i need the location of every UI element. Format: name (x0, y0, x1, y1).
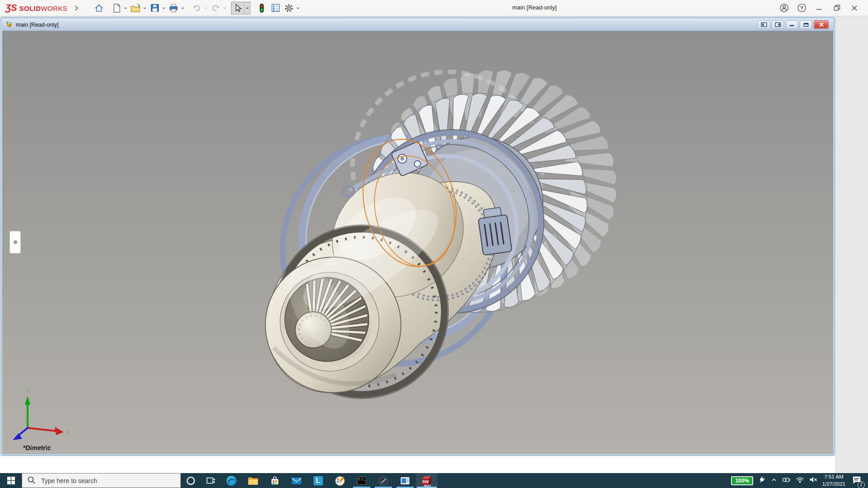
taskbar-search (22, 473, 181, 488)
select-tool-group (231, 2, 250, 14)
windows-taskbar: LL C:\_ SW2021 100% 7:51 AM 1/27/2 (0, 473, 868, 488)
action-center-icon[interactable]: 2 (852, 475, 862, 487)
cortana-button[interactable] (181, 473, 201, 488)
quick-access-toolbar (93, 2, 301, 14)
battery-percent-badge[interactable]: 100% (731, 476, 753, 485)
help-icon[interactable]: ? (796, 3, 807, 14)
system-tray: 100% 7:51 AM 1/27/2021 2 (731, 474, 868, 488)
pane-split-left-button[interactable] (758, 20, 770, 29)
app-window-title: main [Read-only] (512, 4, 557, 11)
svg-text:SW: SW (422, 479, 429, 484)
task-pane-collapsed-area (835, 16, 868, 473)
taskbar-app-window-app[interactable] (394, 473, 416, 488)
document-window-controls (758, 20, 829, 29)
undo-button[interactable] (190, 2, 203, 14)
doc-minimize-button[interactable] (786, 20, 798, 29)
restore-button[interactable] (831, 3, 842, 14)
svg-text:L: L (316, 476, 321, 484)
search-input[interactable] (22, 473, 181, 488)
options-gear-button[interactable] (283, 2, 295, 14)
document-title: main [Read-only] (16, 22, 59, 28)
minimize-button[interactable] (814, 3, 825, 14)
toolbar-expand-arrow-icon[interactable] (74, 5, 79, 11)
document-titlebar[interactable]: main [Read-only] (2, 19, 833, 31)
taskbar-app-file-explorer[interactable] (242, 473, 264, 488)
undo-caret[interactable] (204, 8, 207, 10)
orientation-triad[interactable]: Y X (7, 384, 75, 442)
graphics-viewport[interactable]: Y X *Dimetric (2, 31, 833, 454)
ds-logo-glyph: ƷS (5, 3, 17, 13)
open-button[interactable] (129, 2, 142, 14)
doc-close-button[interactable] (814, 20, 829, 29)
taskbar-app-mail[interactable] (286, 473, 307, 488)
tray-date: 1/27/2021 (822, 481, 845, 488)
svg-text:C:\_: C:\_ (359, 478, 366, 481)
titlebar-controls: ? (778, 3, 860, 14)
open-caret[interactable] (143, 8, 146, 10)
account-icon[interactable] (778, 3, 789, 14)
search-icon (27, 475, 37, 487)
assembly-document-icon (5, 21, 13, 28)
battery-charging-icon[interactable] (782, 476, 791, 486)
start-button[interactable] (0, 473, 22, 488)
pane-split-right-button[interactable] (772, 20, 784, 29)
taskbar-app-paint-3d[interactable] (329, 473, 351, 488)
doc-restore-button[interactable] (800, 20, 812, 29)
tray-time: 7:51 AM (822, 474, 845, 481)
taskbar-app-l-app[interactable]: LL (307, 473, 329, 488)
task-pane-button[interactable] (269, 2, 282, 14)
tray-chevron-up-icon[interactable] (770, 476, 778, 485)
print-button[interactable] (167, 2, 180, 14)
task-view-button[interactable] (201, 473, 221, 488)
document-window: main [Read-only] (1, 17, 835, 455)
solidworks-logo: ƷS SOLID WORKS (5, 3, 67, 13)
selection-stoplight-icon[interactable] (255, 2, 268, 14)
engine-model (2, 31, 833, 454)
close-button[interactable] (849, 3, 860, 14)
taskbar-app-microsoft-store[interactable] (264, 473, 286, 488)
redo-button[interactable] (209, 2, 222, 14)
taskbar-app-edge[interactable] (221, 473, 242, 488)
wifi-icon[interactable] (796, 476, 804, 485)
save-button[interactable] (148, 2, 161, 14)
triad-x-label: X (66, 430, 69, 435)
home-button[interactable] (93, 2, 105, 14)
splitter-handle-icon (14, 240, 17, 244)
tray-clock[interactable]: 7:51 AM 1/27/2021 (822, 474, 845, 488)
orientation-label: *Dimetric (23, 444, 51, 451)
notification-count-badge: 2 (858, 481, 865, 488)
new-document-caret[interactable] (124, 8, 127, 10)
svg-text:?: ? (800, 5, 803, 11)
save-caret[interactable] (162, 8, 165, 10)
featuremanager-collapse-tab[interactable] (9, 231, 21, 253)
select-tool-caret[interactable] (244, 2, 250, 14)
select-tool-button[interactable] (231, 2, 244, 14)
new-document-button[interactable] (110, 2, 123, 14)
redo-caret[interactable] (223, 8, 226, 10)
app-titlebar[interactable]: ƷS SOLID WORKS (0, 0, 868, 16)
print-caret[interactable] (181, 8, 184, 10)
triad-y-label: Y (26, 388, 29, 394)
volume-muted-icon[interactable] (809, 476, 818, 485)
options-caret[interactable] (297, 8, 299, 10)
taskbar-app-command-prompt[interactable]: C:\_ (351, 473, 373, 488)
svg-text:2021: 2021 (424, 483, 431, 487)
taskbar-app-solidworks-2021[interactable]: SW2021 (416, 473, 438, 488)
taskbar-app-hexagon-app[interactable] (373, 473, 394, 488)
usb-plug-icon[interactable] (758, 476, 766, 486)
